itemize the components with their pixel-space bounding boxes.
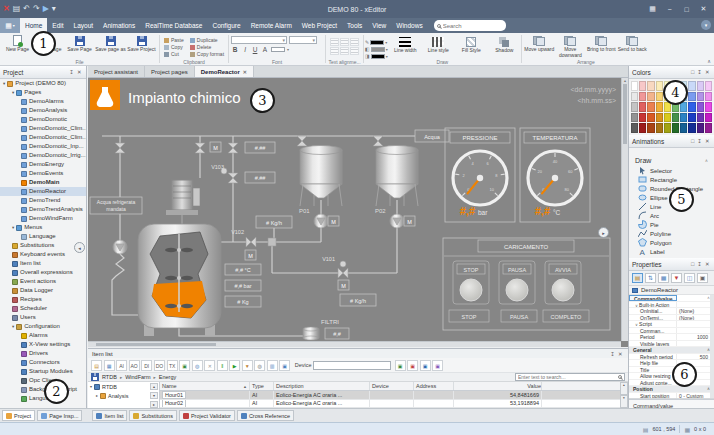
color-swatch[interactable] (688, 123, 695, 133)
item-toolbar-button[interactable]: ▣ (179, 360, 190, 371)
stop-pushbutton[interactable] (460, 279, 482, 301)
close-icon[interactable]: ✕ (703, 261, 711, 267)
item-name[interactable]: Hour01 (162, 391, 186, 399)
col-description[interactable]: Description (274, 382, 370, 390)
tree-item[interactable]: Alarms (0, 331, 86, 340)
item-toolbar-button[interactable]: ◎ (192, 360, 203, 371)
italic-button[interactable]: I (241, 46, 249, 53)
text-fill-select[interactable] (271, 47, 285, 52)
color-swatch[interactable] (705, 123, 712, 133)
bring-to-front-button[interactable]: Bring to front (586, 34, 617, 58)
color-swatch[interactable] (697, 102, 704, 112)
tree-item[interactable]: DemoEvents (0, 169, 86, 178)
color-swatch[interactable] (656, 92, 663, 102)
delete-button[interactable]: Delete (190, 44, 224, 50)
draw-section-header[interactable]: Draw ∧ (629, 154, 714, 166)
breadcrumb-windfarm[interactable]: WindFarm (125, 374, 150, 380)
color-swatch[interactable] (688, 81, 695, 91)
copy-format-button[interactable]: Copy format (190, 51, 224, 57)
color-swatch[interactable] (631, 123, 638, 133)
item-toolbar-button[interactable]: ▣ (420, 360, 431, 371)
app-menu-button[interactable]: ▦▾ (0, 18, 20, 33)
collapse-right-panel-button[interactable]: ▸ (598, 227, 609, 238)
underline-button[interactable]: U (251, 46, 259, 53)
close-icon[interactable]: ✕ (616, 351, 624, 357)
tree-item[interactable]: DemoAlarms (0, 97, 86, 106)
tree-item[interactable]: Pages (0, 88, 86, 97)
tree-item[interactable]: Users (0, 313, 86, 322)
save-items-icon[interactable] (91, 373, 99, 381)
item-toolbar-button[interactable]: ▣ (407, 360, 418, 371)
tree-item[interactable]: DemoTrendAnalysis (0, 205, 86, 214)
item-toolbar-button[interactable]: ✕ (204, 360, 215, 371)
ribbon-tab[interactable]: Tools (342, 18, 367, 33)
align-right-button[interactable] (350, 38, 359, 46)
tree-item[interactable]: Configuration (0, 322, 86, 331)
item-toolbar-button[interactable]: DO (154, 360, 166, 371)
tree-item[interactable]: DemoMain (0, 178, 86, 187)
tree-item[interactable]: Connectors (0, 358, 86, 367)
expand-spinner[interactable]: ▸ (150, 401, 158, 408)
tree-item[interactable]: Langua... (0, 394, 86, 403)
item-toolbar-button[interactable]: ▼ (242, 360, 253, 371)
properties-toolbar-button[interactable]: ▼ (671, 273, 682, 283)
copy-button[interactable]: Copy (164, 44, 184, 50)
ribbon-search[interactable] (434, 20, 506, 31)
tool-selector[interactable]: Selector (629, 166, 714, 175)
item-toolbar-button[interactable]: ▣ (395, 360, 406, 371)
properties-toolbar-button[interactable]: ⇅ (645, 273, 656, 283)
tab-demoreactor[interactable]: DemoReactor✕ (195, 66, 254, 77)
new-page-button[interactable]: New Page (2, 34, 33, 58)
ribbon-tab[interactable]: View (367, 18, 391, 33)
color-swatch[interactable] (631, 81, 638, 91)
font-family-select[interactable]: ▾ (231, 36, 287, 44)
property-value[interactable] (677, 341, 714, 347)
item-toolbar-button[interactable]: TX (167, 360, 178, 371)
tree-item[interactable]: DemoDomotic (0, 115, 86, 124)
pin-icon[interactable]: ↧ (696, 261, 704, 267)
tab-page-inspector[interactable]: Page Insp... (37, 410, 82, 421)
properties-root-item[interactable]: DemoReactor (629, 286, 714, 295)
tree-item[interactable]: Overall expressions (0, 268, 86, 277)
pin-icon[interactable]: ↧ (68, 69, 76, 75)
color-swatch[interactable] (705, 113, 712, 123)
item-table-row[interactable]: Hour02 AI Eolico-Energia AC oraria ... 5… (160, 400, 620, 409)
color-swatch[interactable] (647, 81, 654, 91)
color-swatch[interactable] (680, 113, 687, 123)
tree-item[interactable]: Project (DEMO 80) (0, 79, 86, 88)
send-to-back-button[interactable]: Send to back (617, 34, 648, 58)
item-search-input[interactable] (518, 374, 616, 380)
color-swatch[interactable] (656, 113, 663, 123)
breadcrumb-energy[interactable]: Energy (159, 374, 176, 380)
tree-item[interactable]: Opc Client (0, 376, 86, 385)
color-swatch[interactable] (631, 113, 638, 123)
col-name[interactable]: Name▲ (160, 382, 250, 390)
align-bottom-button[interactable] (350, 47, 359, 55)
tree-item[interactable]: Keyboard events (0, 250, 86, 259)
tab-item-list[interactable]: Item list (92, 410, 127, 421)
color-swatch[interactable] (647, 92, 654, 102)
tab-cross-reference[interactable]: Cross Reference (237, 410, 294, 421)
tool-pie[interactable]: Pie (629, 220, 714, 229)
tree-item[interactable]: Startup Modules (0, 367, 86, 376)
color-swatch[interactable] (680, 102, 687, 112)
tab-project[interactable]: Project (2, 410, 35, 421)
color-swatch[interactable] (647, 102, 654, 112)
color-swatch[interactable] (688, 113, 695, 123)
line-color-select[interactable]: ✎▾ (365, 39, 388, 45)
color-swatch[interactable] (705, 102, 712, 112)
tree-item[interactable]: DemoDomotic_Clim... (0, 124, 86, 133)
property-value[interactable] (677, 347, 707, 353)
property-value[interactable]: 500 (677, 354, 714, 360)
color-swatch[interactable] (639, 102, 646, 112)
color-swatch[interactable] (697, 92, 704, 102)
close-icon[interactable]: ✕ (75, 69, 83, 75)
canvas-hscrollbar[interactable] (88, 341, 621, 347)
property-value[interactable]: (None) (677, 308, 714, 314)
color-swatch[interactable] (656, 81, 663, 91)
item-toolbar-button[interactable]: AO (129, 360, 140, 371)
tab-project-pages[interactable]: Project pages (145, 66, 195, 77)
tree-item[interactable]: Event actions (0, 277, 86, 286)
color-swatch[interactable] (647, 123, 654, 133)
item-tree-rtdb[interactable]: ▾RTDB▴ (88, 382, 159, 391)
